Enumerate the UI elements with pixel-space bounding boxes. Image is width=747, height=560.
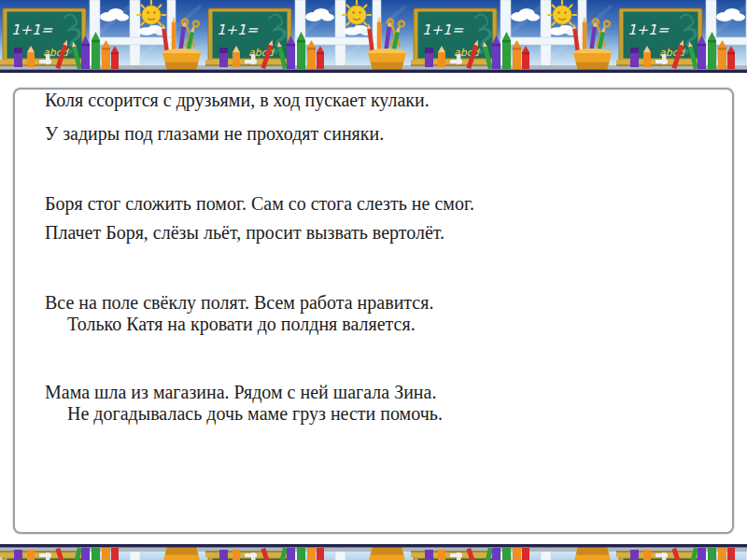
text-frame: Коля ссорится с друзьями, в ход пускает … [13, 88, 734, 534]
text-line: У задиры под глазами не проходят синяки. [45, 123, 384, 145]
top-border-strip: ? 1+1= abcd [0, 0, 747, 73]
text-line: Все на поле свёклу полят. Всем работа нр… [45, 292, 433, 314]
bottom-border-strip [0, 544, 747, 560]
text-line: Плачет Боря, слёзы льёт, просит вызвать … [45, 222, 444, 244]
slide-canvas: ? 1+1= abcd [0, 0, 747, 560]
text-line: Только Катя на кровати до полдня валяетс… [67, 314, 416, 335]
text-line: Мама шла из магазина. Рядом с ней шагала… [45, 382, 436, 403]
text-line: Не догадывалась дочь маме груз нести пом… [67, 403, 443, 425]
text-line: Коля ссорится с друзьями, в ход пускает … [45, 90, 430, 111]
school-border-illustration: ? 1+1= abcd [0, 0, 747, 73]
text-line: Боря стог сложить помог. Сам со стога сл… [45, 193, 474, 215]
school-border-illustration-mirrored [0, 544, 747, 560]
